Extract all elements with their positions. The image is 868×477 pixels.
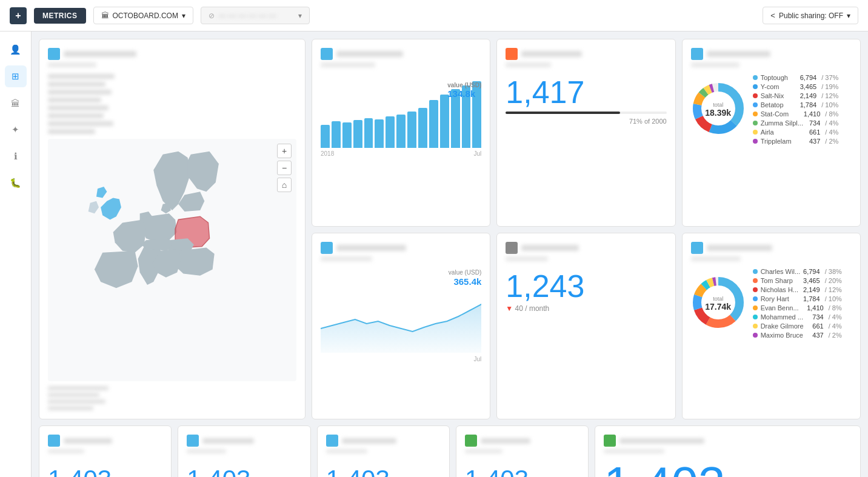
donut-2-subtitle [691, 256, 741, 261]
line-chart-card: value (USD) 365.4k [312, 233, 490, 419]
donut-2-icon [691, 242, 703, 254]
bar-chart-subtitle [321, 62, 375, 67]
legend-item-6: Zumma Silpl... 734 / 4% [753, 119, 839, 127]
paint-icon: ✦ [12, 124, 19, 135]
sidebar-item-reports[interactable]: 🏛 [5, 92, 27, 114]
donut-2-legend: Charles Wil... 6,794 / 38% Tom Sharp 3,4… [753, 268, 842, 339]
bar-9 [407, 112, 416, 148]
legend-pct-6: / 4% [823, 119, 838, 127]
legend-dot-1 [753, 75, 758, 80]
bug-icon: 🐛 [10, 178, 21, 188]
metric-5-value: 1,403 [604, 460, 852, 477]
chevron-down-icon: ▾ [182, 12, 185, 20]
europe-map-svg [48, 139, 296, 381]
d2-legend-dot-7 [753, 324, 758, 329]
line-chart-header [321, 242, 481, 263]
bar-chart-area: value (USD) 134.8k [321, 81, 481, 160]
legend-name-6: Zumma Silpl... [761, 119, 806, 127]
sidebar-item-dashboard[interactable]: ⊞ [5, 65, 27, 87]
d2-legend-val-7: 661 [812, 322, 823, 330]
legend-val-8: 437 [809, 138, 820, 145]
d2-legend-pct-8: / 2% [827, 332, 842, 339]
d2-legend-name-3: Nicholas H... [761, 286, 800, 293]
bar-6 [375, 119, 384, 148]
filter-dropdown[interactable]: ⊘ — — — — — — ▾ [201, 7, 310, 24]
legend-pct-3: / 12% [820, 92, 838, 99]
metric-4-card: 1,403 ▲ 0 / day [456, 425, 589, 477]
home-button[interactable]: ⌂ [277, 178, 292, 192]
d2-legend-item-1: Charles Wil... 6,794 / 38% [753, 268, 842, 275]
metric-5-card: 1,403 ▲ 0 / day [595, 425, 861, 477]
d2-legend-item-6: Mohammed ... 734 / 4% [753, 313, 842, 321]
sidebar-item-user[interactable]: 👤 [5, 39, 27, 61]
map-card-title [64, 51, 136, 57]
zoom-out-button[interactable]: − [277, 161, 292, 175]
bar-chart-value-label: value (USD) 134.8k [447, 81, 481, 99]
progress-bar-1 [506, 112, 666, 114]
sidebar-item-info[interactable]: ℹ [5, 145, 27, 167]
public-sharing-toggle[interactable]: < Public sharing: OFF ▾ [763, 7, 858, 24]
d2-legend-name-8: Maximo Bruce [761, 332, 810, 339]
metric-1-icon [48, 435, 60, 447]
sidebar-item-debug[interactable]: 🐛 [5, 172, 27, 194]
legend-pct-2: / 19% [820, 83, 838, 90]
progress-label-1: 71% of 2000 [506, 118, 666, 125]
metric-5-title [619, 438, 704, 444]
legend-val-3: 2,149 [800, 92, 817, 99]
d2-legend-val-1: 6,794 [803, 268, 820, 275]
metric-4-subtitle [465, 449, 502, 453]
bar-3 [342, 122, 352, 148]
d2-legend-dot-3 [753, 287, 758, 292]
legend-val-2: 3,465 [800, 83, 817, 90]
big-number-1-title [521, 51, 582, 57]
d2-legend-item-4: Rory Hart 1,784 / 10% [753, 295, 842, 302]
donut-1-center-label: total 18.39k [705, 102, 731, 118]
metric-3-value: 1,403 [326, 465, 441, 477]
legend-item-3: Salt-Nix 2,149 / 12% [753, 92, 839, 99]
d2-legend-name-5: Evan Benn... [761, 304, 804, 312]
legend-val-4: 1,784 [800, 101, 817, 108]
d2-legend-pct-5: / 8% [827, 304, 842, 312]
metrics-button[interactable]: METRICS [34, 8, 86, 24]
metrics-label: METRICS [42, 12, 78, 20]
donut-2-area: total 17.74k Charles Wil... 6,794 / 38% [691, 268, 852, 339]
legend-name-7: Airla [761, 128, 806, 136]
info-icon: ℹ [14, 151, 18, 162]
d2-legend-item-3: Nicholas H... 2,149 / 12% [753, 286, 842, 293]
legend-item-1: Toptough 6,794 / 37% [753, 74, 839, 81]
metric-3-icon [326, 435, 338, 447]
sidebar-item-widgets[interactable]: ✦ [5, 119, 27, 141]
zoom-in-button[interactable]: + [277, 144, 292, 158]
org-dropdown[interactable]: 🏛 OCTOBOARD.COM ▾ [93, 7, 193, 24]
d2-legend-val-2: 3,465 [803, 277, 820, 284]
d2-legend-pct-3: / 12% [823, 286, 842, 293]
donut-1-legend: Toptough 6,794 / 37% Y-com 3,465 / 19% [753, 74, 839, 145]
d2-legend-dot-5 [753, 305, 758, 310]
filter-label: — — — — — — [218, 11, 276, 20]
legend-pct-5: / 8% [823, 110, 838, 118]
bank-icon: 🏛 [11, 98, 20, 108]
d2-legend-dot-2 [753, 278, 758, 283]
legend-dot-3 [753, 93, 758, 98]
metric-1-subtitle [48, 449, 84, 453]
public-sharing-label: Public sharing: OFF [779, 12, 843, 20]
legend-dot-6 [753, 121, 758, 125]
bar-1 [321, 125, 330, 148]
legend-dot-4 [753, 102, 758, 107]
d2-legend-pct-7: / 4% [827, 322, 842, 330]
metric-5-subtitle [604, 449, 664, 453]
app-logo: + [10, 7, 27, 24]
map-card-icon [48, 48, 60, 60]
map-left-labels [48, 74, 296, 134]
line-chart-area: value (USD) 365.4k [321, 268, 481, 353]
metric-2-value: 1,403 [187, 465, 301, 477]
d2-legend-pct-4: / 10% [823, 295, 842, 302]
donut-2-center-label: total 17.74k [705, 296, 731, 312]
donut-1-total-text: total [705, 102, 731, 108]
bar-chart-value: 134.8k [447, 88, 475, 99]
filter-chevron-icon: ▾ [298, 12, 302, 20]
d2-legend-val-8: 437 [812, 332, 823, 339]
bar-7 [386, 116, 395, 148]
legend-pct-4: / 10% [820, 101, 838, 108]
legend-val-5: 1,410 [804, 110, 821, 118]
